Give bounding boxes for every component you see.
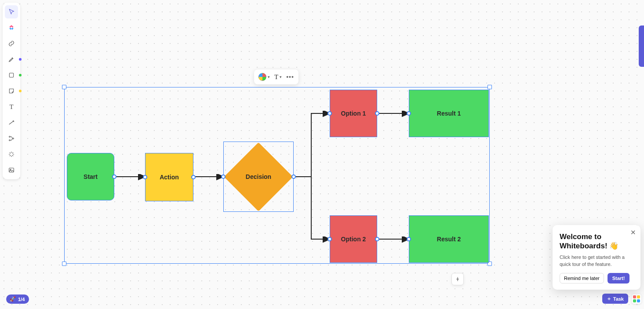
highlighter-tool[interactable] [5, 53, 18, 66]
connector-tool[interactable] [5, 116, 18, 129]
link-tool[interactable] [5, 37, 18, 50]
node-label: Result 2 [437, 236, 461, 243]
onboarding-progress-text: 1/4 [18, 297, 25, 302]
apps-palette-button[interactable] [632, 294, 641, 304]
chevron-down-icon: ▾ [280, 75, 282, 79]
text-tool[interactable]: T [5, 100, 18, 113]
close-icon[interactable]: ✕ [630, 229, 636, 236]
port-left[interactable] [327, 237, 332, 241]
port-left[interactable] [407, 111, 411, 116]
rocket-icon: 🚀 [10, 296, 16, 302]
task-pill-label: Task [613, 296, 624, 302]
svg-point-2 [9, 140, 11, 141]
highlighter-color-dot [19, 58, 22, 61]
port-right[interactable] [375, 237, 379, 241]
shape-text-style[interactable]: T ▾ [274, 73, 282, 81]
shape-tool[interactable] [5, 69, 18, 82]
sticky-note-tool[interactable] [5, 84, 18, 98]
node-label: Option 2 [341, 236, 366, 243]
pin-embed-bar[interactable] [451, 273, 464, 285]
node-start[interactable]: Start [67, 153, 114, 200]
port-right[interactable] [112, 174, 116, 179]
shape-more-menu[interactable]: ••• [286, 73, 294, 80]
node-label: Decision [246, 173, 271, 180]
right-side-panel-tab[interactable] [639, 25, 644, 67]
bottom-right-controls: ＋ Task [602, 294, 641, 304]
welcome-title: Welcome to Whiteboards! 👋 [560, 232, 633, 251]
node-option2[interactable]: Option 2 [330, 215, 377, 263]
node-label: Option 1 [341, 110, 366, 117]
shape-toolbar: ▾ T ▾ ••• [254, 69, 298, 84]
node-result1[interactable]: Result 1 [409, 90, 489, 137]
plus-icon: ＋ [607, 295, 611, 302]
port-right[interactable] [375, 111, 379, 116]
port-left[interactable] [221, 174, 226, 179]
welcome-body: Click here to get started with a quick t… [560, 254, 633, 268]
port-right[interactable] [191, 175, 196, 179]
welcome-popover: ✕ Welcome to Whiteboards! 👋 Click here t… [553, 225, 640, 290]
sticky-color-dot [19, 90, 22, 92]
resize-handle-tr[interactable] [488, 85, 492, 89]
cursor-tool[interactable] [5, 5, 18, 18]
shape-color-dot [19, 74, 22, 76]
svg-rect-4 [9, 168, 14, 172]
create-task-button[interactable]: ＋ Task [602, 294, 628, 304]
port-right[interactable] [291, 174, 296, 179]
node-result2[interactable]: Result 2 [409, 215, 489, 263]
chevron-down-icon: ▾ [268, 75, 270, 79]
ai-tool[interactable] [5, 148, 18, 161]
svg-point-1 [9, 136, 11, 138]
relation-tool[interactable] [5, 132, 18, 145]
port-left[interactable] [327, 111, 332, 116]
start-tour-button[interactable]: Start! [608, 273, 630, 284]
clickup-tool[interactable] [5, 21, 18, 34]
text-style-icon: T [274, 73, 278, 81]
resize-handle-tl[interactable] [62, 85, 66, 89]
resize-handle-bl[interactable] [62, 262, 66, 266]
node-label: Result 1 [437, 110, 461, 117]
node-label: Start [84, 173, 98, 180]
node-label: Action [160, 174, 179, 181]
node-action[interactable]: Action [145, 153, 193, 201]
onboarding-progress-badge[interactable]: 🚀 1/4 [6, 294, 29, 304]
svg-rect-0 [9, 73, 13, 77]
port-left[interactable] [143, 175, 147, 179]
remind-later-button[interactable]: Remind me later [560, 273, 604, 284]
shape-color-picker[interactable]: ▾ [258, 73, 270, 81]
color-swatch-icon [258, 73, 266, 81]
left-toolbar: T [3, 3, 20, 179]
port-left[interactable] [407, 237, 411, 241]
node-decision[interactable]: Decision [223, 142, 294, 212]
image-tool[interactable] [5, 164, 18, 177]
node-option1[interactable]: Option 1 [330, 90, 377, 137]
